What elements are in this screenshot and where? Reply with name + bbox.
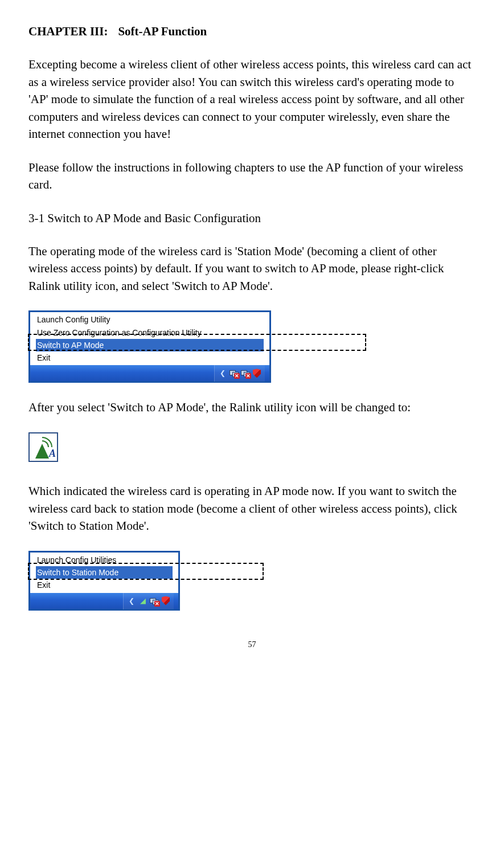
chapter-number: CHAPTER III:: [28, 24, 108, 38]
ap-icon-letter: A: [49, 446, 56, 461]
paragraph-4: After you select 'Switch to AP Mode', th…: [28, 399, 476, 416]
network-disconnected-icon[interactable]: ✕: [230, 369, 239, 378]
chapter-name: Soft-AP Function: [118, 24, 207, 38]
security-shield-icon[interactable]: [252, 369, 261, 378]
security-shield-icon-2[interactable]: [161, 596, 170, 605]
paragraph-5: Which indicated the wireless card is ope…: [28, 482, 476, 534]
tray-expand-icon[interactable]: ❮: [218, 369, 227, 378]
taskbar: ❮ ✕ ✕: [30, 365, 269, 381]
menu-item-switch-station[interactable]: Switch to Station Mode: [36, 566, 173, 579]
chapter-heading: CHAPTER III:Soft-AP Function: [28, 23, 476, 40]
system-tray: ❮ ✕ ✕: [214, 365, 265, 382]
intro-paragraph-2: Please follow the instructions in follow…: [28, 159, 476, 194]
menu-item-switch-ap[interactable]: Switch to AP Mode: [36, 339, 264, 351]
menu-item-exit-2[interactable]: Exit: [36, 579, 173, 591]
menu-item-exit[interactable]: Exit: [36, 351, 264, 364]
intro-paragraph-1: Excepting become a wireless client of ot…: [28, 56, 476, 142]
ap-mode-tray-icon: A: [28, 432, 58, 462]
context-menu-station: Launch Config Utilities Switch to Statio…: [28, 551, 180, 611]
tray-expand-icon-2[interactable]: ❮: [127, 596, 136, 605]
ap-tray-icon[interactable]: ◢: [138, 596, 147, 605]
taskbar-2: ❮ ◢ ✕: [30, 593, 178, 609]
network-disconnected-icon-3[interactable]: ✕: [150, 596, 159, 605]
system-tray-2: ❮ ◢ ✕: [123, 592, 174, 609]
menu-item-zero-config[interactable]: Use Zero Configuration as Configuration …: [36, 326, 264, 339]
menu-item-launch-config-2[interactable]: Launch Config Utilities: [36, 554, 173, 566]
page-number: 57: [28, 639, 476, 650]
paragraph-3: The operating mode of the wireless card …: [28, 243, 476, 294]
section-heading: 3-1 Switch to AP Mode and Basic Configur…: [28, 210, 476, 227]
network-disconnected-icon-2[interactable]: ✕: [241, 369, 250, 378]
menu-item-launch-config[interactable]: Launch Config Utility: [36, 313, 264, 326]
context-menu-ap: Launch Config Utility Use Zero Configura…: [28, 310, 271, 383]
